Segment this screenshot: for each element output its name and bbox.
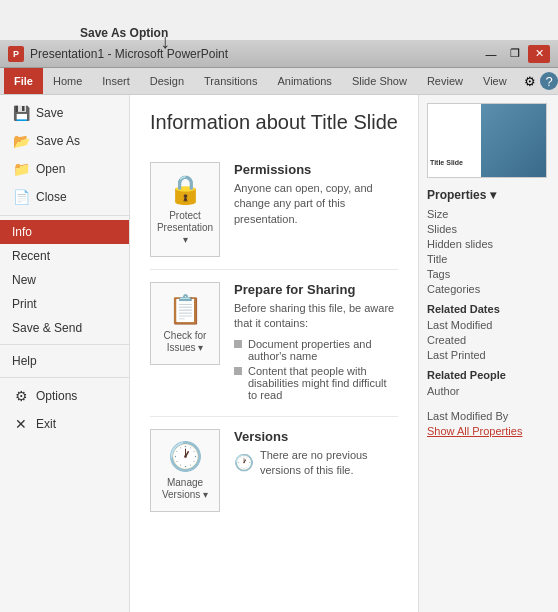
close-button[interactable]: ✕ [528, 45, 550, 63]
show-all-properties-link[interactable]: Show All Properties [427, 425, 550, 437]
permissions-desc: Anyone can open, copy, and change any pa… [234, 181, 398, 227]
tab-file[interactable]: File [4, 68, 43, 94]
save-as-icon: 📂 [12, 132, 30, 150]
tab-home[interactable]: Home [43, 68, 92, 94]
sidebar-open-label: Open [36, 162, 65, 176]
property-title[interactable]: Title [427, 253, 550, 265]
sharing-title: Prepare for Sharing [234, 282, 398, 297]
check-issues-label: Check forIssues ▾ [164, 330, 207, 354]
right-panel: Title Slide Properties ▾ Size Slides Hid… [418, 95, 558, 612]
property-last-modified-by[interactable]: Last Modified By [427, 410, 550, 422]
restore-button[interactable]: ❐ [504, 45, 526, 63]
slide-preview: Title Slide [427, 103, 547, 178]
tab-view[interactable]: View [473, 68, 517, 94]
property-hidden-slides[interactable]: Hidden slides [427, 238, 550, 250]
sidebar-item-recent[interactable]: Recent [0, 244, 129, 268]
property-author[interactable]: Author [427, 385, 550, 397]
sidebar-divider-2 [0, 344, 129, 345]
tab-transitions[interactable]: Transitions [194, 68, 267, 94]
tab-review[interactable]: Review [417, 68, 473, 94]
sidebar-info-label: Info [12, 225, 32, 239]
sidebar-divider-3 [0, 377, 129, 378]
sidebar-new-label: New [12, 273, 36, 287]
tab-slideshow[interactable]: Slide Show [342, 68, 417, 94]
versions-desc: 🕐 There are no previous versions of this… [234, 448, 398, 479]
ribbon: File Home Insert Design Transitions Anim… [0, 68, 558, 95]
sidebar-item-save[interactable]: 💾 Save [0, 99, 129, 127]
ribbon-settings-icon[interactable]: ⚙ [520, 74, 540, 89]
versions-icon: 🕐 [234, 452, 254, 474]
open-icon: 📁 [12, 160, 30, 178]
versions-content: Versions 🕐 There are no previous version… [234, 429, 398, 479]
window-title: Presentation1 - Microsoft PowerPoint [30, 47, 228, 61]
tab-animations[interactable]: Animations [267, 68, 341, 94]
sidebar-close-label: Close [36, 190, 67, 204]
save-as-annotation: Save As Option [80, 26, 168, 40]
sidebar-item-options[interactable]: ⚙ Options [0, 382, 129, 410]
properties-header[interactable]: Properties ▾ [427, 188, 550, 202]
checklist-icon: 📋 [168, 293, 203, 326]
sharing-desc: Before sharing this file, be aware that … [234, 301, 398, 332]
list-item: Document properties and author's name [234, 338, 398, 362]
list-item-label: Content that people with disabilities mi… [248, 365, 398, 401]
sharing-content: Prepare for Sharing Before sharing this … [234, 282, 398, 404]
app-icon: P [8, 46, 24, 62]
permissions-section: 🔒 ProtectPresentation ▾ Permissions Anyo… [150, 150, 398, 270]
property-last-modified[interactable]: Last Modified [427, 319, 550, 331]
sidebar: 💾 Save 📂 Save As 📁 Open 📄 Close Info Rec… [0, 95, 130, 612]
sidebar-save-label: Save [36, 106, 63, 120]
sidebar-item-save-send[interactable]: Save & Send [0, 316, 129, 340]
title-bar: P Presentation1 - Microsoft PowerPoint —… [0, 40, 558, 68]
property-slides[interactable]: Slides [427, 223, 550, 235]
list-item-label: Document properties and author's name [248, 338, 398, 362]
property-tags[interactable]: Tags [427, 268, 550, 280]
sidebar-help-label: Help [12, 354, 37, 368]
sidebar-item-exit[interactable]: ✕ Exit [0, 410, 129, 438]
sidebar-divider-1 [0, 215, 129, 216]
lock-icon: 🔒 [168, 173, 203, 206]
tab-insert[interactable]: Insert [92, 68, 140, 94]
property-size[interactable]: Size [427, 208, 550, 220]
sidebar-item-help[interactable]: Help [0, 349, 129, 373]
tab-design[interactable]: Design [140, 68, 194, 94]
content-area: Information about Title Slide 🔒 ProtectP… [130, 95, 418, 612]
minimize-button[interactable]: — [480, 45, 502, 63]
sidebar-print-label: Print [12, 297, 37, 311]
versions-title: Versions [234, 429, 398, 444]
bullet-icon [234, 367, 242, 375]
bullet-icon [234, 340, 242, 348]
page-title: Information about Title Slide [150, 111, 398, 134]
sidebar-save-send-label: Save & Send [12, 321, 82, 335]
sidebar-item-print[interactable]: Print [0, 292, 129, 316]
sidebar-item-info[interactable]: Info [0, 220, 129, 244]
sidebar-item-open[interactable]: 📁 Open [0, 155, 129, 183]
check-issues-button[interactable]: 📋 Check forIssues ▾ [150, 282, 220, 365]
property-created[interactable]: Created [427, 334, 550, 346]
sharing-section: 📋 Check forIssues ▾ Prepare for Sharing … [150, 270, 398, 417]
related-people-header: Related People [427, 369, 550, 381]
sidebar-exit-label: Exit [36, 417, 56, 431]
sidebar-item-new[interactable]: New [0, 268, 129, 292]
annotation-arrow: ↓ [160, 30, 170, 53]
options-icon: ⚙ [12, 387, 30, 405]
list-item: Content that people with disabilities mi… [234, 365, 398, 401]
manage-versions-button[interactable]: 🕐 ManageVersions ▾ [150, 429, 220, 512]
property-last-printed[interactable]: Last Printed [427, 349, 550, 361]
sidebar-options-label: Options [36, 389, 77, 403]
ribbon-tabs: File Home Insert Design Transitions Anim… [0, 68, 558, 94]
property-categories[interactable]: Categories [427, 283, 550, 295]
permissions-content: Permissions Anyone can open, copy, and c… [234, 162, 398, 227]
sidebar-recent-label: Recent [12, 249, 50, 263]
close-doc-icon: 📄 [12, 188, 30, 206]
sharing-list: Document properties and author's name Co… [234, 338, 398, 401]
ribbon-help-icon[interactable]: ? [540, 72, 558, 90]
manage-versions-label: ManageVersions ▾ [162, 477, 208, 501]
save-icon: 💾 [12, 104, 30, 122]
sidebar-item-close[interactable]: 📄 Close [0, 183, 129, 211]
sidebar-item-save-as[interactable]: 📂 Save As [0, 127, 129, 155]
versions-section: 🕐 ManageVersions ▾ Versions 🕐 There are … [150, 417, 398, 524]
sidebar-save-as-label: Save As [36, 134, 80, 148]
protect-presentation-button[interactable]: 🔒 ProtectPresentation ▾ [150, 162, 220, 257]
related-dates-header: Related Dates [427, 303, 550, 315]
exit-icon: ✕ [12, 415, 30, 433]
